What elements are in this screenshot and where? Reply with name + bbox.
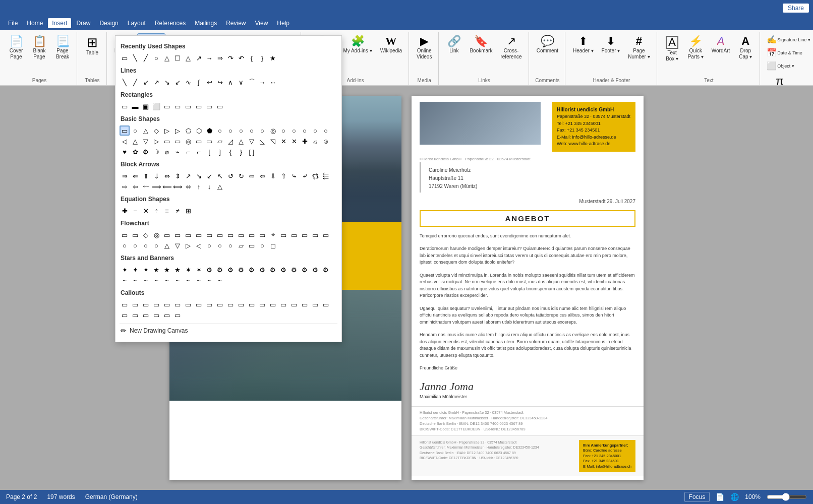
shape-btn[interactable]: ⬳ xyxy=(141,181,151,192)
shape-btn[interactable]: ↙ xyxy=(172,77,183,87)
shape-btn[interactable]: ▭ xyxy=(172,101,183,111)
shape-btn[interactable]: ÷ xyxy=(151,206,161,216)
shape-btn[interactable]: ○ xyxy=(225,125,236,136)
shape-btn[interactable]: ▭ xyxy=(215,230,225,240)
shape-btn[interactable]: ~ xyxy=(172,275,183,285)
shape-btn[interactable]: ▭ xyxy=(120,299,130,309)
shape-btn[interactable]: ↓ xyxy=(204,181,214,192)
shape-btn[interactable]: ○ xyxy=(130,125,140,136)
cover-page-button[interactable]: 📄 CoverPage xyxy=(5,33,27,62)
shape-btn[interactable]: ▭ xyxy=(162,136,172,146)
shape-btn[interactable]: ↻ xyxy=(236,171,246,181)
shape-btn[interactable]: ↔ xyxy=(268,77,278,87)
share-button[interactable]: Share xyxy=(783,4,809,13)
shape-btn[interactable]: ⇧ xyxy=(278,171,288,181)
shape-btn[interactable]: ▭ xyxy=(257,230,267,240)
shape-btn[interactable]: ○ xyxy=(151,240,161,250)
shape-btn[interactable]: ▭ xyxy=(194,299,204,309)
shape-btn[interactable]: ▭ xyxy=(141,310,151,320)
shape-btn[interactable]: ✕ xyxy=(289,136,299,146)
shape-btn[interactable]: ≡ xyxy=(162,206,172,216)
link-button[interactable]: 🔗 Link xyxy=(443,33,465,56)
shape-btn[interactable]: ○ xyxy=(300,125,310,136)
shape-btn[interactable]: ⇓ xyxy=(151,171,161,181)
shape-btn[interactable]: ○ xyxy=(225,240,236,250)
drop-cap-button[interactable]: A DropCap ▾ xyxy=(734,33,757,62)
menu-item-design[interactable]: Design xyxy=(95,18,122,28)
shape-btn[interactable]: ╱ xyxy=(141,53,151,63)
shape-btn[interactable]: ↶ xyxy=(236,53,246,63)
shape-btn[interactable]: ○ xyxy=(247,125,257,136)
shape-btn[interactable]: ▭ xyxy=(162,310,172,320)
shape-btn[interactable]: ✚ xyxy=(300,136,310,146)
shape-btn[interactable]: ▭ xyxy=(289,230,299,240)
shape-btn[interactable]: ⚙ xyxy=(215,265,225,275)
shape-btn[interactable]: ↘ xyxy=(194,171,204,181)
shape-btn[interactable]: ▭ xyxy=(268,299,278,309)
shape-btn[interactable]: ⇕ xyxy=(172,171,183,181)
shape-btn[interactable]: ↖ xyxy=(215,171,225,181)
shape-btn[interactable]: ▷ xyxy=(151,136,161,146)
shape-btn[interactable]: ▭ xyxy=(278,230,288,240)
shape-btn[interactable]: ★ xyxy=(162,265,172,275)
shape-btn[interactable]: ▭ xyxy=(300,299,310,309)
shape-btn[interactable]: ⬄ xyxy=(183,181,193,192)
date-time-button[interactable]: 📅 Date & Time xyxy=(764,46,805,59)
online-videos-button[interactable]: ▶ OnlineVideos xyxy=(413,33,435,62)
shape-btn[interactable]: ▭ xyxy=(215,299,225,309)
shape-btn[interactable]: ◇ xyxy=(141,230,151,240)
shape-btn[interactable]: ⌖ xyxy=(268,230,278,240)
shape-btn[interactable]: ↷ xyxy=(225,53,236,63)
shape-btn[interactable]: ◎ xyxy=(183,136,193,146)
bookmark-button[interactable]: 🔖 Bookmark xyxy=(466,33,496,56)
shape-btn[interactable]: ◎ xyxy=(151,230,161,240)
menu-item-mailings[interactable]: Mailings xyxy=(191,18,221,28)
shape-btn[interactable]: ▭ xyxy=(300,230,310,240)
shape-btn[interactable]: ⬠ xyxy=(183,125,193,136)
shape-btn[interactable]: ╲ xyxy=(120,77,130,87)
shape-btn[interactable]: ↪ xyxy=(215,77,225,87)
shape-btn[interactable]: ▭ xyxy=(321,299,331,309)
shape-btn[interactable]: ~ xyxy=(194,275,204,285)
shape-btn[interactable]: ○ xyxy=(289,125,299,136)
shape-btn[interactable]: ▭ xyxy=(278,299,288,309)
shape-btn[interactable]: ↙ xyxy=(141,77,151,87)
shape-btn[interactable]: ⇒ xyxy=(120,171,130,181)
shape-btn[interactable]: ▭ xyxy=(194,101,204,111)
shape-btn[interactable]: ◺ xyxy=(257,136,267,146)
shape-btn[interactable]: ⊞ xyxy=(183,206,193,216)
signature-line-button[interactable]: ✍ Signature Line ▾ xyxy=(764,33,813,46)
shape-btn[interactable]: ▭ xyxy=(120,230,130,240)
shape-btn[interactable]: ▭ xyxy=(225,299,236,309)
shape-btn[interactable]: { xyxy=(247,53,257,63)
shape-btn[interactable]: ⇒ xyxy=(215,53,225,63)
shape-btn[interactable]: ★ xyxy=(172,265,183,275)
shape-btn[interactable]: ≠ xyxy=(172,206,183,216)
shape-btn[interactable]: ⌁ xyxy=(172,147,183,157)
shape-btn[interactable]: △ xyxy=(162,240,172,250)
shape-btn[interactable]: ♥ xyxy=(120,147,130,157)
shape-btn[interactable]: ⌒ xyxy=(247,77,257,87)
shape-btn[interactable]: ○ xyxy=(310,125,320,136)
shape-btn[interactable]: ⬱ xyxy=(321,171,331,181)
shape-btn[interactable]: ∧ xyxy=(225,77,236,87)
shape-btn[interactable]: ○ xyxy=(236,125,246,136)
shape-btn[interactable]: ▭ xyxy=(225,230,236,240)
shape-btn[interactable]: ↙ xyxy=(204,171,214,181)
shape-btn[interactable]: ~ xyxy=(183,275,193,285)
shape-btn[interactable]: → xyxy=(204,53,214,63)
shape-btn[interactable]: ~ xyxy=(141,275,151,285)
shape-btn[interactable]: ↘ xyxy=(162,77,172,87)
shape-btn[interactable]: ↗ xyxy=(183,171,193,181)
shape-btn[interactable]: ✚ xyxy=(120,206,130,216)
shape-btn[interactable]: △ xyxy=(183,53,193,63)
shape-btn[interactable]: ▭ xyxy=(162,299,172,309)
shape-btn[interactable]: ~ xyxy=(215,275,225,285)
shape-btn[interactable]: ▭ xyxy=(321,230,331,240)
shape-btn[interactable]: ⇨ xyxy=(247,171,257,181)
shape-btn[interactable]: ⚙ xyxy=(225,265,236,275)
shape-btn[interactable]: ○ xyxy=(204,240,214,250)
shape-btn[interactable]: ⤶ xyxy=(300,171,310,181)
shape-btn[interactable]: ↗ xyxy=(151,77,161,87)
shape-btn[interactable]: ⬜ xyxy=(151,101,161,111)
